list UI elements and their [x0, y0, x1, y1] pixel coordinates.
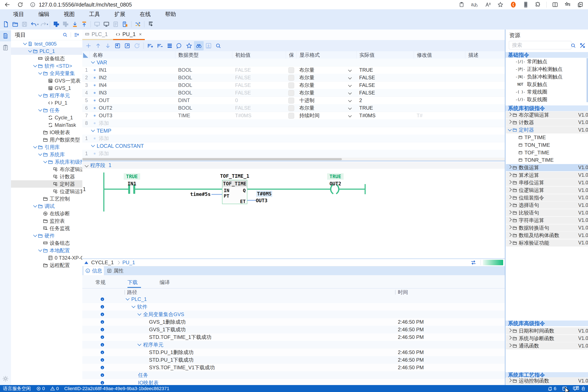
- connect-device-icon[interactable]: [102, 20, 111, 28]
- refresh-icon[interactable]: [132, 41, 142, 50]
- library-item[interactable]: 选择语句V1.0: [506, 202, 588, 209]
- log-row[interactable]: STD.PU_1下载成功2:46:50 PM: [82, 356, 505, 364]
- online-monitor-icon[interactable]: [92, 20, 102, 28]
- instruction-item[interactable]: -( )-常规线圈: [506, 88, 588, 96]
- library-item[interactable]: 日期和时间函数V1.0: [506, 327, 588, 334]
- table-row[interactable]: 1添加: [82, 134, 505, 142]
- table-row[interactable]: 8添加: [82, 119, 505, 127]
- project-explorer-rail-icon[interactable]: [0, 30, 11, 41]
- log-row[interactable]: GVS_1删除成功2:46:50 PM: [82, 318, 505, 326]
- tof-time-block[interactable]: TOF_TIME IN Q PT ET: [222, 180, 247, 204]
- display-format-select[interactable]: 布尔量: [299, 104, 356, 112]
- display-format-select[interactable]: 布尔量: [299, 89, 356, 96]
- table-row[interactable]: VAR: [82, 58, 505, 66]
- library-item[interactable]: 位组装指令V1.0: [506, 194, 588, 202]
- menu-item-6[interactable]: 在线: [133, 9, 158, 19]
- library-item[interactable]: 定时器V1.0: [506, 126, 588, 134]
- add-variable-icon[interactable]: [84, 41, 93, 50]
- instruction-item[interactable]: -|/|-常闭触点: [506, 58, 588, 65]
- library-block-item[interactable]: TONR_TIME: [506, 156, 588, 164]
- library-item[interactable]: 运动控制函数V1.0: [506, 377, 588, 384]
- editor-tab-plc_1[interactable]: PLC_1: [82, 30, 113, 39]
- chevron-right-icon[interactable]: [508, 188, 512, 192]
- undo-caret-icon[interactable]: ▾: [37, 22, 39, 26]
- chevron-down-icon[interactable]: [33, 204, 37, 207]
- section-header-0[interactable]: 基础指令: [505, 52, 588, 58]
- clipboard-icon[interactable]: [459, 2, 464, 8]
- menu-item-3[interactable]: 视图: [57, 9, 82, 19]
- chevron-down-icon[interactable]: [38, 93, 42, 96]
- mobile-icon[interactable]: [523, 2, 528, 8]
- column-header-2[interactable]: 初始值: [232, 51, 286, 58]
- compile-icon[interactable]: [52, 20, 61, 28]
- task-list-rail-icon[interactable]: [0, 42, 11, 53]
- display-format-select[interactable]: 持续时间: [299, 112, 356, 119]
- chevron-down-icon[interactable]: [38, 108, 42, 111]
- retain-checkbox[interactable]: [288, 67, 294, 73]
- log-row[interactable]: 全局变量集合GVS: [82, 310, 505, 318]
- modify-value-input[interactable]: [417, 96, 465, 104]
- breadcrumb-item[interactable]: PU_1: [122, 260, 135, 266]
- extension-orange-icon[interactable]: [510, 2, 516, 8]
- pin-q[interactable]: Q: [243, 188, 246, 193]
- insert-row-icon[interactable]: [145, 41, 155, 50]
- url-text[interactable]: 127.0.0.1:5556/#default:/mch/test_0805: [39, 2, 132, 8]
- column-header-6[interactable]: 修改值: [414, 51, 465, 58]
- library-item[interactable]: 串移位运算V1.0: [506, 179, 588, 186]
- retain-checkbox[interactable]: [288, 105, 294, 111]
- chevron-right-icon[interactable]: [508, 328, 512, 332]
- chevron-right-icon[interactable]: [508, 112, 512, 116]
- site-info-icon[interactable]: [30, 2, 36, 8]
- sync-compare-icon[interactable]: [470, 259, 477, 266]
- chevron-right-icon[interactable]: [508, 210, 512, 214]
- ladder-canvas[interactable]: 1 TRUE IN1 TOF_TIME_1 TOF_TIME IN Q PT E…: [82, 169, 505, 258]
- library-item[interactable]: 计数器V1.0: [506, 119, 588, 126]
- simulation-icon[interactable]: [133, 20, 142, 28]
- download-status-icon[interactable]: [573, 386, 579, 391]
- collections-icon[interactable]: [577, 2, 583, 8]
- library-item[interactable]: 数据转换语句V1.0: [506, 224, 588, 232]
- browser-back-icon[interactable]: [4, 2, 11, 8]
- collapse-panel-icon[interactable]: [84, 261, 88, 264]
- modify-value-input[interactable]: [417, 66, 465, 74]
- menu-item-4[interactable]: 工具: [82, 9, 107, 19]
- library-item[interactable]: 数组及结构体函数V1.0: [506, 232, 588, 239]
- table-row[interactable]: 5OUTDINT0十进制2: [82, 96, 505, 104]
- comment-icon[interactable]: [175, 41, 184, 50]
- list-view-icon[interactable]: [165, 41, 175, 50]
- chevron-right-icon[interactable]: [508, 343, 512, 347]
- subtab-general[interactable]: 常规: [95, 279, 106, 286]
- chevron-down-icon[interactable]: [43, 159, 47, 163]
- horizontal-scrollbar[interactable]: [82, 158, 505, 161]
- translate-icon[interactable]: aあ: [471, 2, 478, 8]
- chart-export-icon[interactable]: [204, 41, 213, 50]
- network-section-header[interactable]: 程序段 1: [82, 162, 505, 169]
- tab-close-icon[interactable]: ×: [139, 32, 142, 37]
- subtab-compile[interactable]: 编译: [160, 279, 170, 286]
- table-row[interactable]: LOCAL CONSTANT: [82, 142, 505, 150]
- modify-value-input[interactable]: [417, 104, 465, 112]
- instruction-item[interactable]: NOT取反触点: [506, 81, 588, 88]
- sidebar-search-icon[interactable]: [62, 32, 68, 38]
- chevron-right-icon[interactable]: [508, 165, 512, 169]
- library-item[interactable]: 通讯函数V1.0: [506, 342, 588, 350]
- select-all-triangle[interactable]: [83, 53, 88, 58]
- section-header-2[interactable]: 系统库高级指令: [505, 320, 588, 326]
- et-target-label[interactable]: OUT3: [256, 198, 275, 203]
- library-item[interactable]: 数值运算V1.0: [506, 164, 588, 171]
- import-icon[interactable]: [113, 41, 122, 50]
- chevron-down-icon[interactable]: [91, 60, 95, 64]
- contact-label[interactable]: IN1: [124, 181, 140, 186]
- retain-checkbox[interactable]: [288, 90, 294, 96]
- library-block-item[interactable]: TP_TIME: [506, 134, 588, 141]
- chevron-down-icon[interactable]: [38, 71, 42, 74]
- menu-item-2[interactable]: 编辑: [31, 9, 57, 19]
- delete-row-icon[interactable]: [155, 41, 165, 50]
- menu-item-5[interactable]: 扩展: [107, 9, 133, 19]
- scrollbar-thumb[interactable]: [82, 158, 342, 160]
- modify-value-input[interactable]: [417, 82, 465, 89]
- display-format-select[interactable]: 布尔量: [299, 74, 356, 82]
- display-format-select[interactable]: 布尔量: [299, 66, 356, 74]
- library-item[interactable]: 系统与诊断函数V1.0: [506, 335, 588, 342]
- library-item[interactable]: 布尔逻辑运算V1.0: [506, 111, 588, 118]
